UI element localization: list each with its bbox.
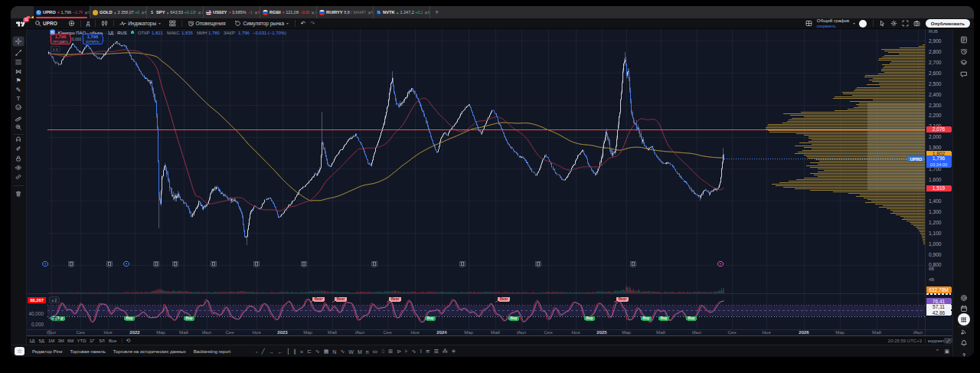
tab-spy[interactable]: SSPY▲643,53+0.13%/ Ин…✕ — [147, 6, 204, 18]
sidebar-calendar-icon[interactable] — [960, 305, 968, 312]
new-tab-button[interactable]: + — [430, 6, 443, 18]
bottom-panel-item-0[interactable]: Редактор Pine — [32, 349, 63, 354]
favorite-drawing-icon-12[interactable]: W — [348, 349, 354, 355]
tool-zoom-in[interactable] — [13, 123, 24, 133]
save-link[interactable]: сохранить — [817, 25, 836, 28]
range-button-3М[interactable]: 3М — [58, 339, 64, 343]
tab-nvtk[interactable]: NNVTK▲1 247,2+0.26%/ О…✕ — [374, 6, 430, 18]
earnings-event-icon[interactable] — [254, 261, 260, 267]
sidebar-dom-grid-icon[interactable] — [958, 313, 970, 326]
favorite-drawing-icon-1[interactable]: ╱ — [261, 348, 264, 355]
rsi-collapse-button[interactable]: ∨ 2 — [49, 297, 59, 303]
tab-close-icon[interactable]: ✕ — [139, 10, 145, 15]
favorite-drawing-icon-8[interactable]: ∿ — [315, 348, 320, 355]
tab-close-icon[interactable]: ✕ — [366, 10, 371, 15]
earnings-event-icon[interactable] — [372, 261, 377, 267]
sidebar-layers-icon[interactable] — [960, 59, 968, 67]
bottom-panel-item-3[interactable]: Backtesting report — [194, 349, 230, 354]
range-button-Все[interactable]: Все — [109, 339, 117, 343]
favorite-drawing-icon-18[interactable]: ⊳ — [397, 348, 401, 355]
earnings-event-icon[interactable] — [302, 261, 307, 267]
sidebar-chat-icon[interactable] — [960, 70, 968, 78]
earnings-event-icon[interactable] — [154, 261, 159, 267]
tab-close-icon[interactable]: ✕ — [423, 10, 428, 15]
layout-save[interactable]: Общий график сохранить — [817, 18, 849, 28]
chart-style-button[interactable] — [99, 20, 110, 27]
earnings-event-icon[interactable] — [631, 261, 636, 267]
favorite-drawing-icon-6[interactable]: ≡ — [300, 349, 303, 355]
tool-draw-mode[interactable]: ✐ — [13, 144, 24, 154]
avatar[interactable] — [859, 20, 867, 28]
tab-close-icon[interactable]: ✕ — [253, 10, 258, 15]
quick-search-button[interactable] — [877, 20, 888, 27]
buy-button[interactable]: 1,796КУПИТЬ — [83, 34, 103, 44]
favorite-drawing-icon-24[interactable]: ⁂ — [443, 348, 448, 355]
sidebar-ideas-stream-icon[interactable] — [960, 328, 968, 335]
compare-button[interactable] — [66, 20, 77, 27]
tab-close-icon[interactable]: ✕ — [83, 10, 88, 15]
sidebar-watchlist-icon[interactable] — [960, 36, 968, 44]
tool-link[interactable] — [13, 172, 24, 182]
favorite-drawing-icon-13[interactable]: M — [358, 349, 362, 355]
replay-button[interactable]: Симулятор рынка ▼ — [232, 20, 291, 27]
tab-rgbi[interactable]: RGBI▼121,08−0.08%/ М…✕ — [260, 6, 317, 18]
tool-trash[interactable] — [13, 189, 24, 199]
tab-close-icon[interactable]: ✕ — [309, 10, 315, 15]
sidebar-market-overview-icon[interactable] — [960, 294, 968, 302]
favorite-drawing-icon-7[interactable]: ⊏ — [307, 348, 312, 355]
range-button-6М[interactable]: 6М — [67, 339, 74, 343]
chart-area[interactable]: ИюлСенНоя2022МарМайИюлСенНоя2023МарМайИю… — [27, 29, 952, 344]
tradingview-logo[interactable]: 11 — [16, 20, 26, 28]
favorite-drawing-icon-9[interactable]: ▦ — [324, 348, 329, 355]
fullscreen-button[interactable] — [900, 20, 911, 27]
tab-upro[interactable]: ЮUPRO▼1,796−1.7%/ Об…✕ — [34, 6, 90, 18]
indicators-button[interactable]: Индикаторы ▼ — [117, 20, 163, 27]
publish-button[interactable]: Опубликовать — [926, 19, 970, 28]
range-button-1М[interactable]: 1М — [48, 339, 54, 343]
tab-close-icon[interactable]: ✕ — [196, 10, 201, 15]
favorite-drawing-icon-3[interactable]: ← — [278, 349, 283, 355]
bottom-panel-right-icon-1[interactable]: ▣ — [944, 348, 949, 355]
favorite-drawing-icon-10[interactable]: N — [332, 349, 336, 355]
favorite-drawing-icon-15[interactable]: ▭ — [373, 348, 378, 355]
settings-button[interactable] — [888, 20, 900, 27]
earnings-event-icon[interactable] — [536, 261, 541, 267]
tool-emoji[interactable] — [13, 102, 24, 112]
favorite-drawing-icon-0[interactable]: ▫ — [256, 349, 257, 355]
interval-button[interactable]: Д — [84, 21, 92, 26]
range-button-1Г[interactable]: 1Г — [90, 339, 95, 343]
maximize-pane-button[interactable]: ⤢ — [944, 338, 952, 344]
tool-lock[interactable] — [13, 153, 24, 163]
sidebar-help-icon[interactable] — [959, 352, 968, 358]
bottom-panel-item-2[interactable]: Торговля на исторических данных — [113, 349, 186, 354]
adjust-toggle[interactable]: коррект. — [928, 339, 946, 343]
earnings-event-icon[interactable] — [460, 261, 466, 267]
tab-us02y[interactable]: US02Y▼3,685%−1.29%/ …✕ — [204, 6, 260, 18]
clock-label[interactable]: 20:25:59 UTC+3 — [888, 339, 923, 343]
favorite-drawing-icon-25[interactable]: ✳ — [452, 348, 456, 355]
redo-button[interactable]: ↷ — [308, 20, 317, 27]
bottom-panel-right-icon-0[interactable]: ⌃ — [936, 348, 940, 355]
layout-select-button[interactable] — [803, 20, 815, 27]
go-to-date-button[interactable]: ⟲ — [126, 338, 131, 343]
favorite-drawing-icon-5[interactable]: ∥ — [293, 348, 296, 355]
favorite-drawing-icon-14[interactable]: ᴨ — [366, 349, 369, 355]
earnings-event-icon[interactable] — [173, 261, 178, 267]
favorite-drawing-icon-11[interactable]: ∿ — [340, 348, 345, 355]
favorite-drawing-icon-19[interactable]: ⊦ — [405, 348, 408, 355]
bottom-panel-item-1[interactable]: Торговая панель — [70, 349, 106, 354]
symbol-search[interactable]: UPRO — [32, 20, 60, 27]
range-button-YTD[interactable]: YTD — [77, 339, 87, 343]
range-button-5Л[interactable]: 5Л — [100, 339, 105, 343]
snapshot-button[interactable] — [911, 20, 923, 27]
tab-ruiryy[interactable]: RUIRYY8,8/ МАКРУХА 3✕ — [317, 6, 374, 18]
favorite-drawing-icon-2[interactable]: → — [269, 349, 274, 355]
favorite-drawing-icon-4[interactable]: ⎮ — [287, 348, 290, 355]
range-button-1Д[interactable]: 1Д — [29, 339, 34, 343]
favorite-drawing-icon-16[interactable]: ⌷ — [381, 348, 384, 355]
sidebar-alerts-clock-icon[interactable] — [960, 47, 968, 55]
earnings-event-icon[interactable] — [69, 261, 74, 267]
earnings-event-icon[interactable] — [211, 261, 217, 267]
favorites-star-button[interactable]: ☆ — [15, 347, 24, 355]
undo-button[interactable]: ↶ — [299, 20, 308, 27]
